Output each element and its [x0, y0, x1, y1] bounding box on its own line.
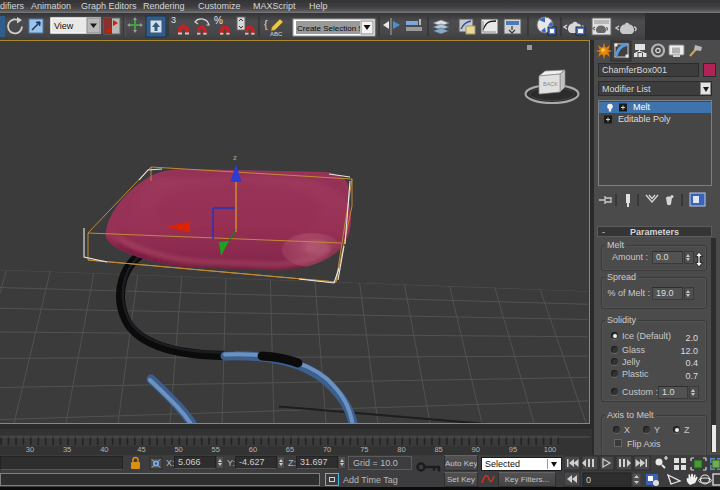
svg-text:View: View	[54, 21, 74, 31]
svg-text:BACK: BACK	[543, 81, 558, 87]
svg-text:z: z	[233, 153, 237, 162]
svg-text:3: 3	[171, 15, 176, 25]
svg-text:%: %	[214, 15, 223, 26]
svg-text:ABC: ABC	[270, 31, 283, 37]
svg-text:0: 0	[586, 475, 591, 485]
svg-text:Create Selection Se: Create Selection Se	[297, 24, 369, 33]
svg-text:{: {	[264, 18, 268, 30]
